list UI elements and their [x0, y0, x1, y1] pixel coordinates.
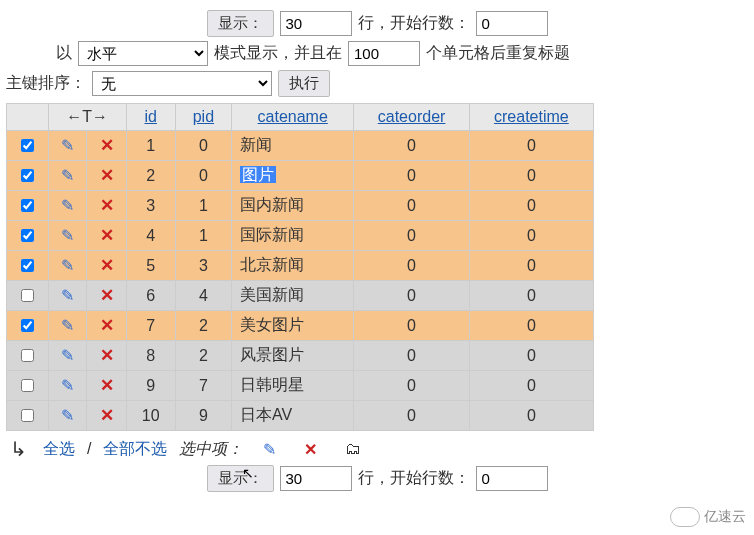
cell-cateorder: 0 [354, 221, 469, 251]
edit-icon[interactable]: ✎ [61, 347, 74, 364]
edit-icon[interactable]: ✎ [61, 287, 74, 304]
delete-icon[interactable]: ✕ [100, 346, 114, 365]
cell-catename[interactable]: 美国新闻 [232, 281, 354, 311]
cell-catename[interactable]: 国内新闻 [232, 191, 354, 221]
rows-label-bottom: 行，开始行数： [358, 468, 470, 489]
edit-icon[interactable]: ✎ [61, 137, 74, 154]
cell-cateorder: 0 [354, 341, 469, 371]
data-table: ←T→ id pid catename cateorder createtime… [6, 103, 594, 431]
cell-id: 7 [126, 311, 175, 341]
table-row: ✎✕41国际新闻00 [7, 221, 594, 251]
col-nav[interactable]: ←T→ [48, 104, 126, 131]
cell-pid: 0 [175, 131, 231, 161]
col-createtime[interactable]: createtime [469, 104, 593, 131]
col-pid[interactable]: pid [175, 104, 231, 131]
delete-icon[interactable]: ✕ [100, 256, 114, 275]
rows-label-top: 行，开始行数： [358, 13, 470, 34]
delete-icon[interactable]: ✕ [100, 286, 114, 305]
cell-id: 9 [126, 371, 175, 401]
show-button-bottom[interactable]: 显示： [207, 465, 274, 492]
cell-catename[interactable]: 北京新闻 [232, 251, 354, 281]
cell-catename[interactable]: 新闻 [232, 131, 354, 161]
delete-icon[interactable]: ✕ [100, 226, 114, 245]
cell-id: 6 [126, 281, 175, 311]
row-checkbox[interactable] [21, 289, 34, 302]
selected-label: 选中项： [179, 439, 243, 460]
cell-catename[interactable]: 风景图片 [232, 341, 354, 371]
row-checkbox[interactable] [21, 169, 34, 182]
delete-selected-icon[interactable]: ✕ [296, 440, 325, 459]
row-checkbox[interactable] [21, 259, 34, 272]
row-checkbox[interactable] [21, 139, 34, 152]
start-input-bottom[interactable] [476, 466, 548, 491]
cell-id: 10 [126, 401, 175, 431]
cell-id: 3 [126, 191, 175, 221]
col-catename[interactable]: catename [232, 104, 354, 131]
sort-select[interactable]: 无 [92, 71, 272, 96]
cell-catename[interactable]: 美女图片 [232, 311, 354, 341]
cell-id: 1 [126, 131, 175, 161]
edit-selected-icon[interactable]: ✎ [255, 440, 284, 459]
cell-createtime: 0 [469, 311, 593, 341]
cell-createtime: 0 [469, 191, 593, 221]
select-none-link[interactable]: 全部不选 [103, 439, 167, 460]
cell-pid: 1 [175, 191, 231, 221]
edit-icon[interactable]: ✎ [61, 257, 74, 274]
mode-mid2: 个单元格后重复标题 [426, 43, 570, 64]
edit-icon[interactable]: ✎ [61, 407, 74, 424]
table-row: ✎✕64美国新闻00 [7, 281, 594, 311]
cell-createtime: 0 [469, 161, 593, 191]
table-row: ✎✕72美女图片00 [7, 311, 594, 341]
back-arrow-icon[interactable]: ↳ [6, 437, 31, 461]
execute-button[interactable]: 执行 [278, 70, 330, 97]
cell-cateorder: 0 [354, 401, 469, 431]
table-row: ✎✕10新闻00 [7, 131, 594, 161]
col-id[interactable]: id [126, 104, 175, 131]
row-checkbox[interactable] [21, 199, 34, 212]
delete-icon[interactable]: ✕ [100, 136, 114, 155]
table-row: ✎✕31国内新闻00 [7, 191, 594, 221]
cell-cateorder: 0 [354, 281, 469, 311]
mode-mid1: 模式显示，并且在 [214, 43, 342, 64]
cell-catename[interactable]: 图片 [232, 161, 354, 191]
select-all-link[interactable]: 全选 [43, 439, 75, 460]
cell-createtime: 0 [469, 341, 593, 371]
sep: / [87, 440, 91, 458]
rows-input-bottom[interactable] [280, 466, 352, 491]
delete-icon[interactable]: ✕ [100, 166, 114, 185]
cell-catename[interactable]: 国际新闻 [232, 221, 354, 251]
row-checkbox[interactable] [21, 319, 34, 332]
cell-catename[interactable]: 日本AV [232, 401, 354, 431]
delete-icon[interactable]: ✕ [100, 406, 114, 425]
col-checkbox [7, 104, 49, 131]
cell-pid: 3 [175, 251, 231, 281]
cell-createtime: 0 [469, 371, 593, 401]
edit-icon[interactable]: ✎ [61, 167, 74, 184]
cell-pid: 9 [175, 401, 231, 431]
rows-input-top[interactable] [280, 11, 352, 36]
cell-pid: 2 [175, 311, 231, 341]
table-row: ✎✕20图片00 [7, 161, 594, 191]
row-checkbox[interactable] [21, 379, 34, 392]
cell-createtime: 0 [469, 281, 593, 311]
edit-icon[interactable]: ✎ [61, 227, 74, 244]
delete-icon[interactable]: ✕ [100, 316, 114, 335]
mode-select[interactable]: 水平 [78, 41, 208, 66]
edit-icon[interactable]: ✎ [61, 317, 74, 334]
cell-cateorder: 0 [354, 161, 469, 191]
show-button-top[interactable]: 显示： [207, 10, 274, 37]
row-checkbox[interactable] [21, 229, 34, 242]
export-icon[interactable]: 🗂 [337, 440, 369, 458]
row-checkbox[interactable] [21, 349, 34, 362]
start-input-top[interactable] [476, 11, 548, 36]
cell-cateorder: 0 [354, 191, 469, 221]
delete-icon[interactable]: ✕ [100, 376, 114, 395]
cell-pid: 2 [175, 341, 231, 371]
delete-icon[interactable]: ✕ [100, 196, 114, 215]
repeat-input[interactable] [348, 41, 420, 66]
edit-icon[interactable]: ✎ [61, 377, 74, 394]
edit-icon[interactable]: ✎ [61, 197, 74, 214]
row-checkbox[interactable] [21, 409, 34, 422]
cell-catename[interactable]: 日韩明星 [232, 371, 354, 401]
col-cateorder[interactable]: cateorder [354, 104, 469, 131]
